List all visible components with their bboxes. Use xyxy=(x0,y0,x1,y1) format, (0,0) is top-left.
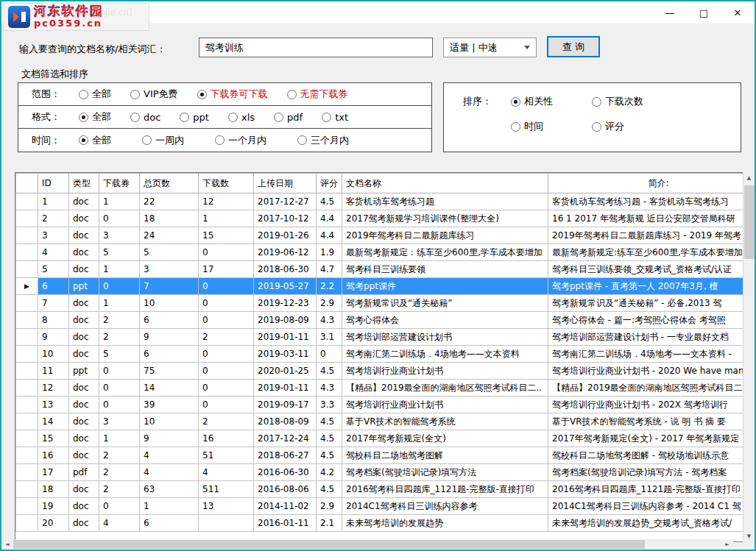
cell: 6 xyxy=(140,346,199,363)
table-row[interactable]: 1doc122122017-12-274.5客货机动车驾考练习题客货机动车驾考练… xyxy=(16,193,746,210)
cell: 1.9 xyxy=(317,244,342,261)
horizontal-scrollbar-thumb[interactable] xyxy=(13,540,645,549)
vertical-scrollbar-thumb[interactable] xyxy=(744,185,755,259)
cell: 客货机动车驾考练习题 - 客货机动车驾考练习 xyxy=(548,193,746,210)
radio-option-下载次数[interactable]: 下载次数 xyxy=(592,95,654,108)
maximize-button[interactable]: □ xyxy=(687,1,721,24)
cell: 3.3 xyxy=(317,397,342,413)
cell: doc xyxy=(69,227,99,244)
radio-label: txt xyxy=(335,112,348,123)
radio-option-一周内[interactable]: 一周内 xyxy=(142,134,184,147)
table-row[interactable]: 14doc31022018-08-094.5基于VR技术的智能驾考系统基于VR技… xyxy=(16,413,746,430)
close-button[interactable]: ✕ xyxy=(721,1,755,24)
cell: 2.2 xyxy=(317,278,342,295)
cell: 最新驾考新规定:练车至少600里,学车成本要增加 xyxy=(548,244,746,261)
cell: 4.5 xyxy=(317,193,342,210)
query-button[interactable]: 查 询 xyxy=(547,36,600,57)
radio-option-全部[interactable]: 全部 xyxy=(79,110,111,124)
radio-option-xls[interactable]: xls xyxy=(228,112,255,123)
table-row[interactable]: 19doc01132014-11-022.92014C1驾考科目三训练内容参考2… xyxy=(16,498,746,515)
scroll-up-icon[interactable]: ▲ xyxy=(743,172,755,184)
radio-option-三个月内[interactable]: 三个月内 xyxy=(297,134,349,147)
radio-circle-icon xyxy=(130,113,140,122)
column-header-2[interactable]: 下载券 xyxy=(99,174,140,193)
table-row[interactable]: 10doc5602019-03-110驾考南汇第二训练场．4场地考——文本资料驾… xyxy=(16,346,746,363)
table-row[interactable]: 15doc19162017-12-244.52017年驾考新规定(全文)2017… xyxy=(16,430,746,447)
cell: 2019-05-27 xyxy=(254,278,317,295)
table-row[interactable]: 17pdf2442016-06-304.2驾考档案(驾驶培训记录)填写方法驾考档… xyxy=(16,464,746,481)
column-header-8[interactable]: 简介: xyxy=(548,174,746,193)
table-row[interactable]: 2doc01812017-10-124.42017驾考新规学习培训课件(整理大全… xyxy=(16,210,746,227)
column-header-3[interactable]: 总页数 xyxy=(140,174,199,193)
column-header-7[interactable]: 文档名称 xyxy=(342,174,548,193)
cell: 5 xyxy=(140,244,199,261)
radio-option-无需下载券[interactable]: 无需下载券 xyxy=(287,88,348,101)
sort-options: 相关性下载次数时间评分 xyxy=(511,95,673,152)
cell: 14 xyxy=(38,413,69,430)
radio-option-doc[interactable]: doc xyxy=(130,112,160,123)
table-row[interactable]: ▶6ppt0702019-05-272.2驾考ppt课件驾考ppt课件 - 直考… xyxy=(16,278,746,295)
filter-box: 范围：全部VIP免费下载券可下载无需下载券格式：全部docpptxlspdftx… xyxy=(18,82,432,152)
radio-option-相关性[interactable]: 相关性 xyxy=(511,95,573,108)
radio-option-全部[interactable]: 全部 xyxy=(79,134,111,147)
query-button-label: 查 询 xyxy=(562,40,584,54)
minimize-button[interactable]: — xyxy=(653,1,687,24)
table-row[interactable]: 18doc2635112016-08-064.52016驾考科目四题库_1121… xyxy=(16,481,746,498)
cell: 2014-11-02 xyxy=(254,498,317,515)
cell: 39 xyxy=(140,397,199,413)
table-row[interactable]: 7doc11002019-12-232.9驾考新规常识及“通关秘籍”驾考新规常识… xyxy=(16,295,746,312)
radio-option-txt[interactable]: txt xyxy=(322,112,348,123)
table-row[interactable]: 20doc462016-01-112.1未来驾考培训的发展趋势未来驾考培训的发展… xyxy=(16,515,746,532)
table-body: 1doc122122017-12-274.5客货机动车驾考练习题客货机动车驾考练… xyxy=(16,193,746,532)
cell: 驾考培训部运营建设计划书 xyxy=(342,329,548,346)
speed-select[interactable]: 适量 | 中速 xyxy=(443,38,537,57)
cell: 0 xyxy=(99,498,140,515)
row-marker xyxy=(16,363,38,380)
column-header-0[interactable]: ID xyxy=(38,174,69,193)
cell: 7 xyxy=(140,278,199,295)
radio-label: 一周内 xyxy=(155,134,184,147)
table-row[interactable]: 9doc2922019-01-113.1驾考培训部运营建设计划书驾考培训部运营建… xyxy=(16,329,746,346)
table-row[interactable]: 5doc13172018-06-304.7驾考科目三训练要领驾考科目三训练要领_… xyxy=(16,261,746,278)
column-header-5[interactable]: 上传日期 xyxy=(254,174,317,193)
table-row[interactable]: 3doc324152019-01-264.42019年驾考科目二最新题库练习20… xyxy=(16,227,746,244)
cell: 5 xyxy=(99,346,140,363)
cell: 2020-01-25 xyxy=(254,363,317,380)
column-header-1[interactable]: 类型 xyxy=(69,174,99,193)
table-row[interactable]: 11ppt07502020-01-254.5驾考培训行业商业计划书驾考培训行业商… xyxy=(16,363,746,380)
filter-row-label: 时间： xyxy=(32,134,79,147)
radio-circle-icon xyxy=(130,90,140,99)
search-input[interactable] xyxy=(199,38,433,57)
scroll-left-icon[interactable]: ◄ xyxy=(1,539,13,550)
cell: 客货机动车驾考练习题 xyxy=(342,193,548,210)
scroll-right-icon[interactable]: ► xyxy=(721,539,733,550)
cell: 16 xyxy=(38,447,69,464)
cell: 16 1 2017 年驾考新规 近日公安部交管局科研 xyxy=(548,210,746,227)
column-header-4[interactable]: 下载数 xyxy=(199,174,254,193)
radio-option-评分[interactable]: 评分 xyxy=(592,120,654,133)
cell: 0 xyxy=(199,295,254,312)
row-marker xyxy=(16,295,38,312)
radio-option-VIP免费[interactable]: VIP免费 xyxy=(130,88,178,101)
radio-label: 下载次数 xyxy=(605,95,643,108)
radio-circle-icon xyxy=(592,122,601,132)
cell: 0 xyxy=(99,210,140,227)
radio-option-全部[interactable]: 全部 xyxy=(79,88,111,101)
radio-option-ppt[interactable]: ppt xyxy=(180,112,209,123)
table-row[interactable]: 12doc01402019-01-114.3【精品】2019最全面的湖南地区驾照… xyxy=(16,380,746,397)
vertical-scrollbar[interactable]: ▲ ▼ xyxy=(743,172,755,542)
cell: 2 xyxy=(199,329,254,346)
radio-option-下载券可下载[interactable]: 下载券可下载 xyxy=(197,88,268,101)
cell: doc xyxy=(69,413,99,430)
column-header-6[interactable]: 评分 xyxy=(317,174,342,193)
table-row[interactable]: 4doc5502019-06-121.9最新驾考新规定：练车至少600里,学车成… xyxy=(16,244,746,261)
horizontal-scrollbar[interactable]: ◄ ► xyxy=(1,539,733,550)
radio-label: 全部 xyxy=(92,134,111,147)
table-row[interactable]: 16doc24512018-06-274.5驾校科目二场地驾考图解驾校科目二场地… xyxy=(16,447,746,464)
table-row[interactable]: 13doc03902019-09-173.3驾考培训行业商业计划书驾考培训行业商… xyxy=(16,397,746,413)
table-row[interactable]: 8doc2602019-08-094.3驾考心得体会驾考心得体会 - 篇一:考驾… xyxy=(16,312,746,329)
radio-circle-icon xyxy=(228,113,238,122)
radio-option-一个月内[interactable]: 一个月内 xyxy=(215,134,266,147)
radio-option-时间[interactable]: 时间 xyxy=(511,120,573,133)
radio-option-pdf[interactable]: pdf xyxy=(274,112,303,123)
